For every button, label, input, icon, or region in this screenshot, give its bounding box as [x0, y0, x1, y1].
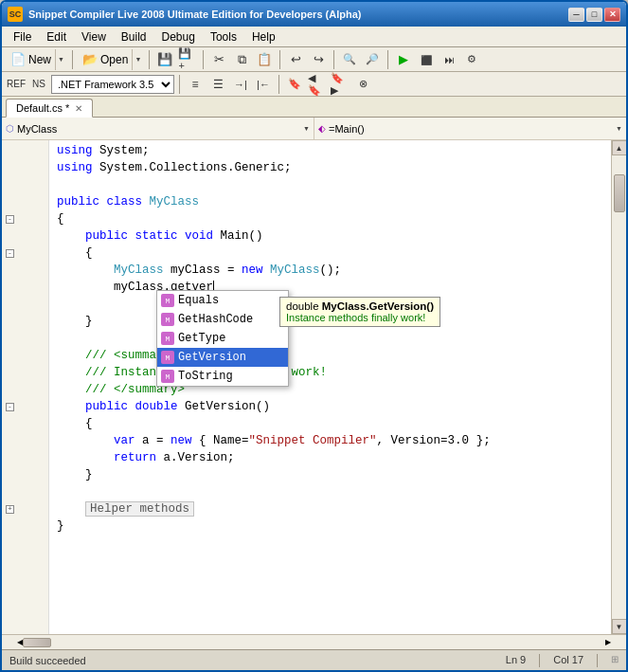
tooltip-method: MyClass.GetVersion() [322, 300, 434, 312]
ac-label-getversion: GetVersion [178, 351, 246, 364]
scroll-right-button[interactable]: ▶ [605, 638, 611, 646]
tab-default-cs[interactable]: Default.cs * ✕ [6, 99, 93, 118]
main-window: SC Snippet Compiler Live 2008 Ultimate E… [0, 0, 628, 672]
ns-icon: NS [32, 79, 45, 89]
gutter-row-17 [2, 415, 48, 432]
scroll-h-thumb[interactable] [23, 638, 51, 647]
code-editor[interactable]: using System; using System.Collections.G… [49, 140, 611, 634]
open-dropdown-arrow-icon [135, 55, 141, 64]
undo-icon [291, 52, 301, 66]
gutter-row-20 [2, 466, 48, 483]
paste-icon [257, 52, 272, 66]
cut-button[interactable] [208, 49, 229, 70]
menu-view[interactable]: View [74, 28, 114, 45]
gutter-row-5: - [2, 210, 48, 227]
bookmark-button[interactable]: 🔖 [284, 74, 305, 95]
code-area: - - - [2, 140, 626, 634]
new-dropdown-arrow[interactable] [55, 49, 66, 70]
tab-close-icon[interactable]: ✕ [75, 103, 82, 114]
copy-button[interactable] [231, 49, 252, 70]
new-label: New [28, 53, 51, 66]
framework-selector[interactable]: .NET Framework 3.5 [51, 75, 174, 94]
expand-btn-7[interactable]: - [6, 249, 14, 258]
new-button[interactable]: New [7, 51, 55, 67]
ref-icon: REF [7, 79, 26, 89]
undo-button[interactable] [285, 49, 306, 70]
align-left-button[interactable]: ≡ [185, 74, 206, 95]
save-button[interactable] [154, 49, 175, 70]
new-button-group[interactable]: New [6, 48, 67, 71]
ac-item-gettype[interactable]: M GetType [157, 329, 288, 348]
copy-icon [238, 52, 246, 67]
open-dropdown-arrow[interactable] [132, 49, 143, 70]
gutter-row-15 [2, 381, 48, 398]
ac-item-getversion[interactable]: M GetVersion [157, 348, 288, 367]
stop-button[interactable] [416, 49, 437, 70]
menu-build[interactable]: Build [114, 28, 154, 45]
find2-icon: 🔎 [366, 53, 379, 65]
menu-help[interactable]: Help [244, 28, 283, 45]
gutter-row-14 [2, 364, 48, 381]
expand-btn-16[interactable]: - [6, 403, 14, 411]
gutter-row-16: - [2, 398, 48, 415]
app-icon: SC [8, 7, 23, 22]
outdent-button[interactable]: |← [253, 74, 274, 95]
redo-button[interactable] [308, 49, 329, 70]
align-center-button[interactable]: ☰ [207, 74, 228, 95]
save-icon [157, 52, 172, 66]
expand-btn-22[interactable]: + [6, 505, 14, 514]
find-icon [343, 53, 356, 65]
run-button[interactable] [393, 49, 414, 70]
minimize-button[interactable]: ─ [568, 8, 584, 22]
status-separator [539, 654, 540, 667]
indent-button[interactable]: →| [230, 74, 251, 95]
class-dropdown-arrow-icon [303, 124, 310, 133]
scroll-up-button[interactable]: ▲ [612, 140, 627, 155]
open-button-group[interactable]: Open [78, 48, 144, 71]
scroll-down-button[interactable]: ▼ [612, 619, 627, 634]
ac-item-tostring[interactable]: M ToString [157, 367, 288, 386]
toolbar-main: New Open 💾+ 🔎 [2, 47, 626, 72]
ac-label-tostring: ToString [178, 370, 233, 383]
ac-item-equals[interactable]: M Equals [157, 291, 288, 310]
ac-label-gethashcode: GetHashCode [178, 313, 253, 326]
status-separator-2 [597, 654, 598, 667]
class-dropdown[interactable]: ⬡ MyClass [2, 118, 314, 139]
expand-btn-5[interactable]: - [6, 215, 14, 224]
tab-label: Default.cs * [16, 102, 69, 114]
vertical-scrollbar[interactable]: ▲ ▼ [611, 140, 626, 634]
method-name: =Main() [329, 123, 365, 135]
line-number: Ln 9 [506, 654, 526, 667]
ac-icon-equals: M [161, 294, 174, 307]
maximize-button[interactable]: □ [586, 8, 602, 22]
open-button[interactable]: Open [79, 51, 132, 67]
scroll-thumb[interactable] [614, 174, 625, 212]
step-button[interactable]: ⏭ [439, 49, 459, 70]
prev-bookmark-button[interactable]: ◀🔖 [307, 74, 328, 95]
ref-button[interactable]: REF [6, 74, 27, 95]
config-button[interactable]: ⚙ [461, 49, 482, 70]
save-all-button[interactable]: 💾+ [177, 49, 198, 70]
ac-item-gethashcode[interactable]: M GetHashCode [157, 310, 288, 329]
menu-edit[interactable]: Edit [39, 28, 74, 45]
gutter-row-1 [2, 142, 48, 159]
close-button[interactable]: ✕ [604, 8, 620, 22]
menu-debug[interactable]: Debug [154, 28, 203, 45]
gutter-row-13 [2, 347, 48, 364]
autocomplete-popup: M Equals M GetHashCode M GetType M GetVe… [156, 290, 289, 387]
statusbar: Build succeeded Ln 9 Col 17 ⊞ [2, 649, 626, 670]
line-gutter: - - - [2, 140, 49, 634]
menu-tools[interactable]: Tools [203, 28, 244, 45]
horizontal-scrollbar[interactable]: ◀ ▶ [2, 634, 626, 649]
find-button[interactable] [339, 49, 360, 70]
next-bookmark-button[interactable]: 🔖▶ [330, 74, 350, 95]
find2-button[interactable]: 🔎 [362, 49, 383, 70]
gutter-row-12 [2, 330, 48, 347]
paste-button[interactable] [254, 49, 275, 70]
menu-file[interactable]: File [6, 28, 39, 45]
method-dropdown[interactable]: ⬖ =Main() [314, 118, 626, 139]
redo-icon [314, 52, 324, 66]
clear-bookmark-button[interactable]: ⊗ [352, 74, 373, 95]
ns-button[interactable]: NS [28, 74, 49, 95]
config-icon: ⚙ [467, 53, 476, 65]
